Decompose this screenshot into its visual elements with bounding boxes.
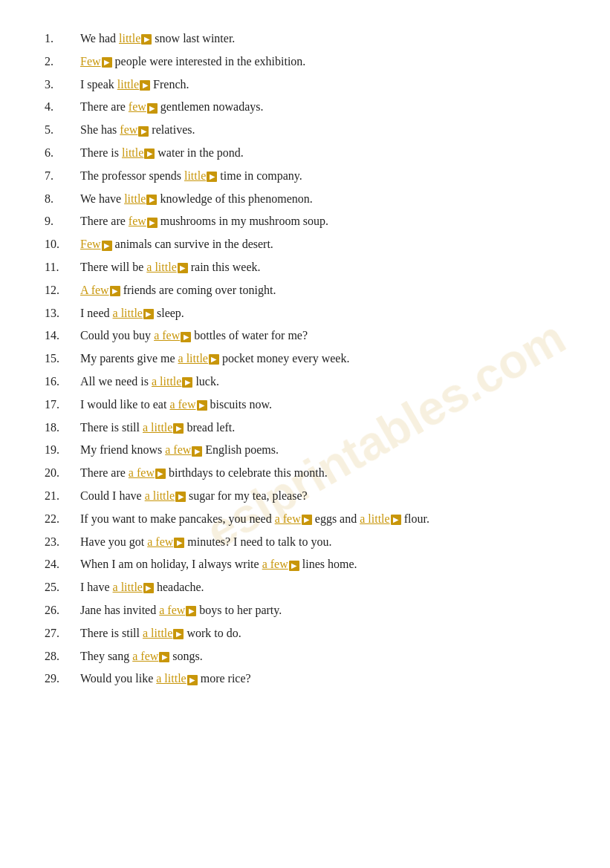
list-item: 27.There is still a little▶ work to do. <box>45 624 565 643</box>
keyword: little <box>117 78 139 91</box>
keyword2: a little <box>360 512 389 525</box>
keyword-icon: ▶ <box>209 354 219 365</box>
sentence-text: There are few▶ mushrooms in my mushroom … <box>80 212 565 231</box>
keyword: a few <box>275 512 301 525</box>
keyword-icon: ▶ <box>186 606 196 616</box>
list-item: 17.I would like to eat a few▶ biscuits n… <box>45 396 565 414</box>
list-item: 10.Few▶ animals can survive in the deser… <box>45 235 565 254</box>
list-item: 22.If you want to make pancakes, you nee… <box>45 510 565 529</box>
sentence-text: Few▶ people were interested in the exhib… <box>80 53 565 71</box>
keyword: a little <box>146 261 176 273</box>
list-item: 14.Could you buy a few▶ bottles of water… <box>45 327 565 345</box>
keyword-icon: ▶ <box>155 469 166 479</box>
keyword: little <box>119 32 140 45</box>
sentence-text: If you want to make pancakes, you need a… <box>80 510 565 529</box>
item-number: 9. <box>45 212 80 231</box>
keyword: Few <box>80 238 101 250</box>
keyword-icon: ▶ <box>187 675 198 685</box>
sentence-text: There is still a little▶ bread left. <box>80 419 565 437</box>
keyword: a little <box>113 581 143 593</box>
sentence-text: My parents give me a little▶ pocket mone… <box>80 350 565 368</box>
sentence-text: When I am on holiday, I always write a f… <box>80 555 565 574</box>
item-number: 21. <box>45 487 80 506</box>
sentence-text: I would like to eat a few▶ biscuits now. <box>80 396 565 414</box>
sentence-text: There is little▶ water in the pond. <box>80 144 565 163</box>
list-item: 19.My friend knows a few▶ English poems. <box>45 441 565 460</box>
keyword-icon: ▶ <box>182 377 192 388</box>
keyword: little <box>124 192 146 205</box>
item-number: 3. <box>45 76 80 94</box>
sentence-text: Could you buy a few▶ bottles of water fo… <box>80 327 565 345</box>
item-number: 23. <box>45 533 80 552</box>
keyword-icon: ▶ <box>143 309 154 319</box>
list-item: 16.All we need is a little▶ luck. <box>45 373 565 391</box>
sentence-text: I need a little▶ sleep. <box>80 304 565 323</box>
list-item: 25.I have a little▶ headache. <box>45 578 565 597</box>
item-number: 17. <box>45 396 80 414</box>
sentence-text: We have little▶ knowledge of this phenom… <box>80 190 565 209</box>
sentence-text: There will be a little▶ rain this week. <box>80 258 565 277</box>
keyword-icon: ▶ <box>110 286 120 296</box>
item-number: 13. <box>45 304 80 323</box>
item-number: 25. <box>45 578 80 597</box>
keyword-icon: ▶ <box>197 400 207 411</box>
sentence-text: Have you got a few▶ minutes? I need to t… <box>80 533 565 552</box>
keyword-icon: ▶ <box>192 446 202 457</box>
keyword: A few <box>80 284 109 296</box>
keyword2-icon: ▶ <box>391 515 401 525</box>
exercise-list: 1.We had little▶ snow last winter.2.Few▶… <box>45 30 565 688</box>
list-item: 15.My parents give me a little▶ pocket m… <box>45 350 565 368</box>
keyword-icon: ▶ <box>178 263 188 273</box>
keyword-icon: ▶ <box>147 218 158 228</box>
keyword-icon: ▶ <box>141 34 152 45</box>
keyword: a little <box>143 421 172 434</box>
list-item: 12.A few▶ friends are coming over tonigh… <box>45 281 565 300</box>
item-number: 14. <box>45 327 80 345</box>
sentence-text: Jane has invited a few▶ boys to her part… <box>80 601 565 620</box>
item-number: 22. <box>45 510 80 529</box>
keyword-icon: ▶ <box>174 538 184 548</box>
keyword-icon: ▶ <box>181 332 191 342</box>
item-number: 12. <box>45 281 80 300</box>
item-number: 29. <box>45 670 80 688</box>
keyword: a little <box>143 627 172 639</box>
item-number: 6. <box>45 144 80 163</box>
keyword: few <box>120 123 137 136</box>
list-item: 6.There is little▶ water in the pond. <box>45 144 565 163</box>
list-item: 2.Few▶ people were interested in the exh… <box>45 53 565 71</box>
list-item: 23. Have you got a few▶ minutes? I need … <box>45 533 565 552</box>
item-number: 2. <box>45 53 80 71</box>
keyword: a few <box>129 466 155 479</box>
sentence-text: The professor spends little▶ time in com… <box>80 167 565 186</box>
sentence-text: I speak little▶ French. <box>80 76 565 94</box>
list-item: 21.Could I have a little▶ sugar for my t… <box>45 487 565 506</box>
sentence-text: There are few▶ gentlemen nowadays. <box>80 98 565 117</box>
keyword-icon: ▶ <box>138 126 149 137</box>
item-number: 10. <box>45 235 80 254</box>
keyword: few <box>129 100 146 113</box>
keyword: few <box>129 215 146 227</box>
sentence-text: We had little▶ snow last winter. <box>80 30 565 48</box>
item-number: 4. <box>45 98 80 117</box>
keyword-icon: ▶ <box>289 561 299 571</box>
sentence-text: There is still a little▶ work to do. <box>80 624 565 643</box>
keyword: a few <box>159 604 185 616</box>
sentence-text: They sang a few▶ songs. <box>80 647 565 666</box>
sentence-text: My friend knows a few▶ English poems. <box>80 441 565 460</box>
keyword-icon: ▶ <box>173 423 184 434</box>
sentence-text: All we need is a little▶ luck. <box>80 373 565 391</box>
list-item: 24.When I am on holiday, I always write … <box>45 555 565 574</box>
keyword: a few <box>169 398 195 411</box>
sentence-text: Could I have a little▶ sugar for my tea,… <box>80 487 565 506</box>
list-item: 4.There are few▶ gentlemen nowadays. <box>45 98 565 117</box>
list-item: 29. Would you like a little▶ more rice? <box>45 670 565 688</box>
keyword: a few <box>147 535 173 548</box>
item-number: 11. <box>45 258 80 277</box>
list-item: 1.We had little▶ snow last winter. <box>45 30 565 48</box>
keyword: a little <box>152 375 181 388</box>
item-number: 27. <box>45 624 80 643</box>
list-item: 11.There will be a little▶ rain this wee… <box>45 258 565 277</box>
keyword: little <box>184 169 206 182</box>
item-number: 16. <box>45 373 80 391</box>
item-number: 20. <box>45 464 80 483</box>
